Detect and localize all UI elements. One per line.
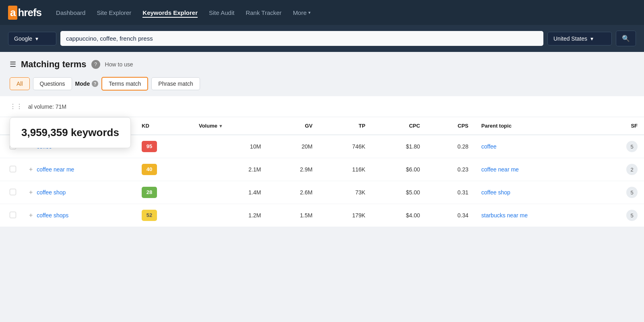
nav-keywords-explorer[interactable]: Keywords Explorer (142, 8, 198, 18)
row-parent-topic-cell: coffee (475, 135, 595, 158)
row-volume-cell: 10M (192, 135, 267, 158)
row-tp-cell: 116K (319, 158, 372, 181)
nav-more[interactable]: More ▾ (293, 9, 311, 16)
search-bar: Google ▾ United States ▾ 🔍 (0, 25, 644, 52)
search-input[interactable] (60, 31, 543, 46)
th-cpc: CPC (372, 117, 427, 135)
logo-text: hrefs (18, 6, 41, 19)
row-gv-cell: 2.9M (267, 158, 319, 181)
th-cps: CPS (427, 117, 475, 135)
row-volume-cell: 1.2M (192, 204, 267, 227)
mode-label: Mode ? (75, 80, 99, 87)
nav-site-explorer[interactable]: Site Explorer (97, 8, 131, 18)
mode-text: Mode (75, 80, 90, 87)
row-add-icon[interactable]: + (29, 189, 33, 196)
th-tp: TP (319, 117, 372, 135)
search-icon: 🔍 (622, 35, 630, 42)
row-volume-cell: 1.4M (192, 181, 267, 204)
drag-handle-icon[interactable]: ⋮⋮ (10, 103, 23, 110)
parent-topic-link[interactable]: coffee near me (481, 166, 519, 173)
keyword-count-tooltip: 3,959,359 keywords (10, 117, 131, 148)
tab-phrase-match[interactable]: Phrase match (151, 77, 200, 90)
parent-topic-link[interactable]: coffee (481, 143, 497, 150)
parent-topic-link[interactable]: coffee shop (481, 189, 510, 196)
mode-help-icon[interactable]: ? (92, 80, 98, 87)
nav-dashboard[interactable]: Dashboard (56, 8, 85, 18)
logo-icon: a (8, 6, 17, 20)
row-cps-cell: 0.28 (427, 135, 475, 158)
th-parent-topic: Parent topic (475, 117, 595, 135)
country-label: United States (553, 35, 587, 42)
row-sf-cell: 5 (595, 204, 644, 227)
stats-row: ⋮⋮ al volume: 71M (0, 96, 644, 117)
th-kd: KD (135, 117, 192, 135)
kd-badge: 28 (142, 187, 157, 198)
kd-badge: 95 (142, 141, 157, 152)
sf-badge: 2 (626, 164, 638, 175)
keyword-count: 3,959,359 keywords (21, 126, 119, 139)
hamburger-icon[interactable]: ☰ (10, 60, 16, 69)
tab-all[interactable]: All (10, 77, 30, 90)
row-checkbox-cell (0, 181, 23, 204)
sf-badge: 5 (626, 210, 638, 221)
row-keyword-cell: + coffee shops (23, 204, 135, 227)
main-content: ⋮⋮ al volume: 71M 3,959,359 keywords Key… (0, 96, 644, 227)
row-parent-topic-cell: coffee near me (475, 158, 595, 181)
table-row: + coffee near me 40 2.1M 2.9M 116K $6.00… (0, 158, 644, 181)
row-gv-cell: 2.6M (267, 181, 319, 204)
th-gv: GV (267, 117, 319, 135)
country-chevron-icon: ▾ (590, 35, 593, 42)
row-add-icon[interactable]: + (29, 166, 33, 173)
how-to-use-link[interactable]: How to use (105, 61, 133, 68)
sf-badge: 5 (626, 141, 638, 152)
top-navigation: a hrefs Dashboard Site Explorer Keywords… (0, 0, 644, 25)
row-checkbox-cell (0, 204, 23, 227)
nav-site-audit[interactable]: Site Audit (209, 8, 234, 18)
table-row: + coffee shops 52 1.2M 1.5M 179K $4.00 0… (0, 204, 644, 227)
row-checkbox[interactable] (10, 189, 16, 195)
row-checkbox-cell (0, 158, 23, 181)
nav-more-label: More (293, 9, 307, 16)
row-keyword-cell: + coffee shop (23, 181, 135, 204)
row-cps-cell: 0.23 (427, 158, 475, 181)
total-volume-text: al volume: 71M (28, 103, 66, 110)
keyword-link[interactable]: coffee shops (37, 212, 68, 219)
keyword-link[interactable]: coffee near me (37, 166, 74, 173)
row-tp-cell: 746K (319, 135, 372, 158)
country-select[interactable]: United States ▾ (547, 32, 612, 45)
row-parent-topic-cell: coffee shop (475, 181, 595, 204)
row-cpc-cell: $1.80 (372, 135, 427, 158)
row-sf-cell: 2 (595, 158, 644, 181)
chevron-down-icon: ▾ (308, 10, 311, 15)
engine-chevron-icon: ▾ (35, 35, 38, 42)
row-cpc-cell: $6.00 (372, 158, 427, 181)
nav-rank-tracker[interactable]: Rank Tracker (246, 8, 281, 18)
filter-tabs: All Questions Mode ? Terms match Phrase … (0, 74, 644, 96)
sort-arrow-icon: ▼ (219, 124, 223, 128)
row-checkbox[interactable] (10, 166, 16, 172)
search-button[interactable]: 🔍 (616, 31, 636, 46)
row-volume-cell: 2.1M (192, 158, 267, 181)
row-kd-cell: 95 (135, 135, 192, 158)
row-gv-cell: 20M (267, 135, 319, 158)
page-header: ☰ Matching terms ? How to use (0, 52, 644, 74)
parent-topic-link[interactable]: starbucks near me (481, 212, 528, 219)
row-add-icon[interactable]: + (29, 212, 33, 219)
kd-badge: 52 (142, 210, 157, 221)
row-checkbox[interactable] (10, 212, 16, 218)
row-cpc-cell: $4.00 (372, 204, 427, 227)
help-icon[interactable]: ? (91, 60, 100, 69)
row-keyword-cell: + coffee near me (23, 158, 135, 181)
tab-questions[interactable]: Questions (33, 77, 72, 90)
row-cps-cell: 0.34 (427, 204, 475, 227)
th-volume[interactable]: Volume ▼ (192, 117, 267, 135)
keyword-link[interactable]: coffee shop (37, 189, 66, 196)
row-sf-cell: 5 (595, 181, 644, 204)
tab-terms-match[interactable]: Terms match (101, 77, 148, 91)
engine-select[interactable]: Google ▾ (8, 32, 56, 45)
th-sf: SF (595, 117, 644, 135)
logo[interactable]: a hrefs (8, 6, 41, 20)
row-cpc-cell: $5.00 (372, 181, 427, 204)
row-kd-cell: 40 (135, 158, 192, 181)
engine-label: Google (14, 35, 32, 42)
